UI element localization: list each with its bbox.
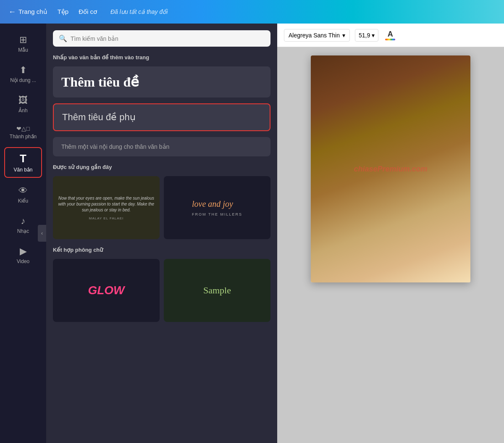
sidebar-label-video: Video — [17, 258, 29, 264]
font-size-selector[interactable]: 51,9 ▾ — [355, 29, 378, 42]
style-icon: 👁 — [18, 185, 28, 196]
music-icon: ♪ — [21, 216, 26, 227]
card2-content: love and joy FROM THE MILLERS — [192, 199, 242, 216]
font-combo-card-1[interactable]: GLOW — [53, 259, 160, 322]
text-icon: T — [20, 152, 26, 165]
sidebar-item-noidung[interactable]: ⬆ Nội dung ... — [4, 61, 42, 87]
heading-text: Thêm tiêu đề — [61, 74, 139, 90]
font-size-dropdown-icon: ▾ — [372, 32, 375, 39]
menu-format[interactable]: Đối cơ — [79, 8, 97, 16]
canvas-area: chiasePremium.com — [277, 47, 504, 443]
panel-wrapper: 🔍 Nhấp vào văn bản để thêm vào trang Thê… — [46, 24, 277, 443]
body-text: Thêm một vài nội dung cho thân văn bản — [61, 143, 169, 150]
card1-text: Now that your eyes are open, make the su… — [58, 195, 155, 213]
design-canvas[interactable]: chiasePremium.com — [311, 55, 470, 282]
font-combo-card-2[interactable]: Sample — [164, 259, 270, 322]
topbar: ← Trang chủ Tệp Đối cơ Đã lưu tất cả tha… — [0, 0, 504, 24]
sidebar-label-mau: Mẫu — [18, 47, 28, 53]
sidebar-item-nhac[interactable]: ♪ Nhạc — [4, 211, 42, 238]
sidebar-label-kieu: Kiểu — [18, 198, 28, 204]
sidebar-label-nhac: Nhạc — [17, 228, 29, 234]
menu-file[interactable]: Tệp — [58, 8, 69, 16]
font-size-label: 51,9 — [359, 32, 370, 39]
recent-section-label: Được sử dụng gần đây — [53, 164, 270, 170]
sidebar-item-mau[interactable]: ⊞ Mẫu — [4, 30, 42, 57]
search-bar[interactable]: 🔍 — [53, 30, 270, 47]
topbar-nav: Tệp Đối cơ — [58, 8, 97, 16]
recent-card-2[interactable]: love and joy FROM THE MILLERS — [164, 176, 270, 239]
canvas-background — [311, 55, 470, 282]
font-combo-grid: GLOW Sample — [53, 259, 270, 322]
search-icon: 🔍 — [59, 34, 67, 42]
font-family-selector[interactable]: Alegreya Sans Thin ▾ — [284, 29, 350, 42]
sidebar-item-vanban[interactable]: T Văn bản — [4, 147, 42, 178]
text-panel: 🔍 Nhấp vào văn bản để thêm vào trang Thê… — [46, 24, 277, 443]
sidebar-label-thanhphan: Thành phần — [10, 134, 37, 140]
sidebar-label-vanban: Văn bản — [13, 167, 32, 173]
search-input[interactable] — [71, 35, 265, 42]
sidebar-item-video[interactable]: ▶ Video — [4, 242, 42, 269]
sidebar-label-anh: Ảnh — [18, 108, 27, 113]
card1-author: MALAY EL FALAEI — [58, 216, 155, 220]
add-heading-button[interactable]: Thêm tiêu đề — [53, 66, 270, 98]
color-bar — [385, 39, 395, 40]
upload-icon: ⬆ — [19, 65, 27, 76]
add-body-button[interactable]: Thêm một vài nội dung cho thân văn bản — [53, 137, 270, 156]
font-toolbar: Alegreya Sans Thin ▾ 51,9 ▾ A — [277, 24, 504, 47]
recent-cards-grid: Now that your eyes are open, make the su… — [53, 176, 270, 239]
font-name-label: Alegreya Sans Thin — [289, 32, 340, 39]
sidebar-item-kieu[interactable]: 👁 Kiểu — [4, 181, 42, 208]
card2-title: love and joy — [192, 199, 242, 209]
card1-content: Now that your eyes are open, make the su… — [58, 195, 155, 220]
back-button[interactable]: ← Trang chủ — [8, 8, 47, 16]
font-color-button[interactable]: A — [383, 29, 397, 42]
card2-sub: FROM THE MILLERS — [192, 212, 242, 216]
click-to-add-label: Nhấp vào văn bản để thêm vào trang — [53, 54, 270, 61]
add-subheading-button[interactable]: Thêm tiêu đề phụ — [53, 103, 270, 131]
main-layout: ⊞ Mẫu ⬆ Nội dung ... 🖼 Ảnh ❤△□ Thành phầ… — [0, 24, 504, 443]
font-dropdown-icon: ▾ — [342, 32, 345, 39]
home-label: Trang chủ — [18, 8, 47, 16]
right-area: Alegreya Sans Thin ▾ 51,9 ▾ A chiasePrem… — [277, 24, 504, 443]
font-combo-label: Kết hợp phông chữ — [53, 247, 270, 253]
elements-icon: ❤△□ — [16, 125, 29, 132]
recent-card-1[interactable]: Now that your eyes are open, make the su… — [53, 176, 160, 239]
color-letter: A — [388, 30, 393, 39]
panel-collapse-button[interactable]: ‹ — [38, 225, 46, 242]
video-icon: ▶ — [20, 246, 27, 257]
subheading-text: Thêm tiêu đề phụ — [62, 112, 136, 122]
template-icon: ⊞ — [19, 34, 27, 45]
sidebar-item-thanhphan[interactable]: ❤△□ Thành phần — [4, 121, 42, 144]
back-arrow-icon: ← — [8, 8, 16, 16]
image-icon: 🖼 — [18, 95, 28, 106]
saved-status: Đã lưu tất cả thay đổi — [110, 8, 168, 15]
sidebar-item-anh[interactable]: 🖼 Ảnh — [4, 91, 42, 118]
sidebar-label-noidung: Nội dung ... — [10, 77, 36, 83]
